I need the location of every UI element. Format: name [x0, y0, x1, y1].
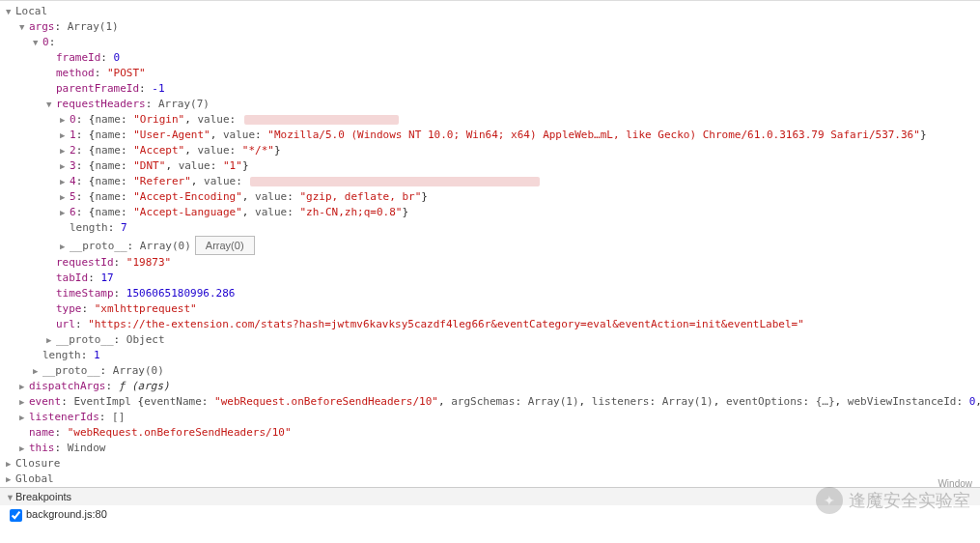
scope-local[interactable]: Local [15, 5, 47, 17]
event-k[interactable]: event [29, 395, 61, 408]
this-k[interactable]: this [29, 442, 55, 454]
name-k[interactable]: name [29, 426, 55, 439]
caret-argsproto[interactable] [33, 363, 42, 379]
watermark-text: 逢魔安全实验室 [849, 489, 970, 512]
listenerIds-v: [] [112, 411, 125, 423]
requestId-v: "19873" [126, 256, 171, 269]
method-k[interactable]: method [56, 67, 95, 79]
hdr6-name: "Accept-Language" [133, 206, 242, 218]
hdr2-idx[interactable]: 2 [70, 144, 76, 157]
breakpoint-label: background.js:80 [26, 508, 107, 520]
hdr0-idx[interactable]: 0 [70, 113, 76, 126]
hdr1-name: "User-Agent" [133, 129, 210, 141]
hdr1-val: "Mozilla/5.0 (Windows NT 10.0; Win64; x6… [267, 129, 920, 141]
hdr3-val: "1" [223, 159, 242, 172]
caret-hdr4[interactable] [60, 174, 70, 189]
redacted-block [250, 177, 540, 186]
event-listeners: Array(1) [662, 395, 714, 408]
requestHeaders-k[interactable]: requestHeaders [56, 98, 146, 110]
type-k[interactable]: type [56, 302, 82, 315]
scope-global[interactable]: Global [15, 472, 54, 485]
redacted-block [244, 115, 399, 125]
caret-idx0[interactable] [33, 35, 42, 50]
scope-tree: Local args: Array(1) 0: frameId: 0 metho… [0, 1, 980, 487]
caret-dispatch[interactable] [19, 379, 29, 394]
event-argSchemas: Array(1) [528, 395, 579, 408]
hdr6-idx[interactable]: 6 [70, 206, 76, 218]
requestHeaders-t: Array(7) [158, 98, 210, 110]
event-eventName: "webRequest.onBeforeSendHeaders/10" [214, 395, 438, 408]
frameId-v: 0 [114, 51, 121, 64]
parentFrameId-v: -1 [152, 82, 164, 95]
caret-global[interactable] [6, 472, 15, 487]
args-len-v: 1 [94, 349, 100, 361]
caret-proto0[interactable] [46, 332, 56, 348]
caret-listenerIds[interactable] [19, 410, 29, 425]
hdr6-val: "zh-CN,zh;q=0.8" [299, 206, 402, 218]
event-type: EventImpl [73, 395, 131, 408]
hdr2-val: "*/*" [242, 144, 274, 157]
hdr-len-k[interactable]: length [70, 221, 108, 234]
hdr-len-v: 7 [121, 221, 127, 234]
requestId-k[interactable]: requestId [56, 256, 114, 269]
method-v: "POST" [107, 67, 146, 79]
caret-event[interactable] [19, 394, 29, 410]
wechat-icon: ✦ [816, 487, 843, 514]
url-v: "https://the-extension.com/stats?hash=jw… [88, 318, 804, 330]
caret-hdrproto[interactable] [60, 239, 70, 254]
proto0-k[interactable]: __proto__ [56, 333, 114, 346]
caret-args[interactable] [19, 19, 29, 35]
hdr5-val: "gzip, deflate, br" [299, 190, 421, 203]
timeStamp-k[interactable]: timeStamp [56, 287, 114, 300]
hdr1-idx[interactable]: 1 [70, 129, 76, 141]
frameId-k[interactable]: frameId [56, 51, 100, 64]
hdr5-idx[interactable]: 5 [70, 190, 76, 203]
tabId-k[interactable]: tabId [56, 272, 88, 284]
hdr3-name: "DNT" [133, 159, 165, 172]
hdr-proto-v: Array(0) [140, 240, 191, 252]
url-k[interactable]: url [56, 318, 75, 330]
caret-closure[interactable] [6, 456, 15, 472]
hdr4-name: "Referer" [133, 175, 191, 187]
name-v: "webRequest.onBeforeSendHeaders/10" [68, 426, 292, 439]
caret-hdr2[interactable] [60, 143, 70, 158]
watermark: ✦ 逢魔安全实验室 [816, 487, 970, 514]
proto0-v: Object [126, 333, 165, 346]
type-v: "xmlhttprequest" [95, 302, 197, 315]
breakpoint-checkbox[interactable] [10, 509, 22, 522]
dispatchArgs-k[interactable]: dispatchArgs [29, 380, 105, 392]
hdr2-name: "Accept" [133, 144, 184, 157]
hdr3-idx[interactable]: 3 [70, 159, 76, 172]
caret-this[interactable] [19, 441, 29, 456]
breakpoints-header[interactable]: Breakpoints [15, 491, 71, 502]
tabId-v: 17 [100, 272, 113, 284]
caret-local[interactable] [6, 4, 15, 19]
caret-hdr5[interactable] [60, 189, 70, 205]
args-proto-v: Array(0) [113, 364, 164, 377]
idx0[interactable]: 0 [42, 36, 49, 48]
caret-breakpoints[interactable] [6, 493, 15, 502]
caret-reqhdr[interactable] [46, 97, 56, 112]
caret-hdr1[interactable] [60, 128, 70, 143]
caret-hdr0[interactable] [60, 112, 70, 128]
args-len-k[interactable]: length [42, 349, 81, 361]
caret-hdr6[interactable] [60, 205, 70, 220]
hdr0-name: "Origin" [133, 113, 184, 126]
parentFrameId-k[interactable]: parentFrameId [56, 82, 139, 95]
timeStamp-v: 1506065180996.286 [126, 287, 236, 300]
args-key[interactable]: args [29, 20, 55, 33]
dispatchArgs-sig: ƒ (args) [119, 380, 170, 392]
tooltip: Array(0) [195, 236, 255, 255]
listenerIds-k[interactable]: listenerIds [29, 411, 99, 423]
event-eventOptions: {…} [816, 395, 835, 408]
scope-closure[interactable]: Closure [15, 457, 60, 470]
caret-hdr3[interactable] [60, 158, 70, 174]
this-v: Window [68, 442, 106, 454]
args-proto-k[interactable]: __proto__ [42, 364, 100, 377]
hdr5-name: "Accept-Encoding" [133, 190, 242, 203]
hdr4-idx[interactable]: 4 [70, 175, 76, 187]
args-type: Array(1) [68, 20, 119, 33]
hdr-proto-k[interactable]: __proto__ [70, 240, 127, 252]
